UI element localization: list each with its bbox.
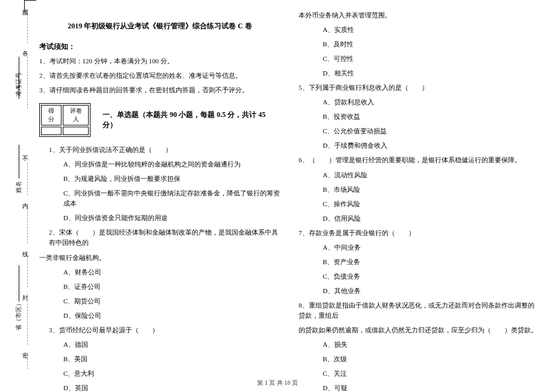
q7-stem: 7、存款业务是属于商业银行的（ ） bbox=[299, 228, 540, 238]
instructions-heading: 考试须知： bbox=[39, 42, 281, 51]
q4-opt-b: B、及时性 bbox=[323, 39, 540, 49]
q2-opt-d: D、保险公司 bbox=[63, 311, 281, 321]
instruction-1: 1、考试时间：120 分钟，本卷满分为 100 分。 bbox=[39, 56, 281, 66]
q6-stem: 6、（ ）管理是银行经营的重要职能，是银行体系稳健运行的重要保障。 bbox=[299, 155, 540, 165]
q2-opt-b: B、证券公司 bbox=[63, 282, 281, 292]
side-char-bu: 不 bbox=[21, 151, 29, 152]
q8-stem-b: 的贷款如果仍然逾期，或借款人仍然无力归还贷款，应至少归为（ ）类贷款。 bbox=[299, 325, 540, 335]
right-column: 本外币业务纳入并表管理范围。 A、实质性 B、及时性 C、可控性 D、相关性 5… bbox=[290, 6, 549, 374]
score-header-grader: 评卷人 bbox=[63, 105, 89, 125]
underline-xingming bbox=[19, 145, 19, 179]
instruction-3: 3、请仔细阅读各种题目的回答要求，在密封线内答题，否则不予评分。 bbox=[39, 85, 281, 95]
q7-opt-d: D、其他业务 bbox=[323, 286, 540, 296]
dash-seg-2 bbox=[27, 57, 28, 109]
q2-opt-a: A、财务公司 bbox=[63, 267, 281, 277]
score-table: 得分 评卷人 bbox=[39, 103, 90, 137]
dash-seg-1 bbox=[27, 14, 28, 43]
q7-opt-a: A、中间业务 bbox=[323, 242, 540, 253]
q4-opt-c: C、可控性 bbox=[323, 54, 540, 64]
dash-seg-4 bbox=[27, 209, 28, 244]
side-label-sheng: 省（市区） bbox=[14, 300, 23, 330]
q8-opt-b: B、次级 bbox=[323, 354, 540, 364]
section-1-title: 一、单选题（本题共 90 小题，每题 0.5 分，共计 45 分） bbox=[103, 110, 281, 130]
score-and-section: 得分 评卷人 一、单选题（本题共 90 小题，每题 0.5 分，共计 45 分） bbox=[39, 100, 281, 141]
q8-opt-c: C、关注 bbox=[323, 368, 540, 379]
q3-opt-a: A、德国 bbox=[63, 340, 281, 350]
q2-stem-a: 2、宋体（ ）是我国经济体制和金融体制改革的产物，是我国金融体系中具有中国特色的 bbox=[49, 227, 281, 248]
q6-opt-d: D、信用风险 bbox=[323, 213, 540, 224]
q6-opt-a: A、流动性风险 bbox=[323, 170, 540, 180]
underline-sheng bbox=[19, 265, 19, 302]
dash-seg-6 bbox=[27, 300, 28, 345]
underline-zhunkao bbox=[19, 57, 19, 99]
page-number: 第 1 页 共 18 页 bbox=[0, 379, 555, 387]
dash-seg-7 bbox=[27, 358, 28, 369]
score-cell-score[interactable] bbox=[41, 127, 62, 135]
q5-opt-d: D、手续费和佣金收入 bbox=[323, 141, 540, 151]
q1-opt-d: D、同业拆借资金只能作短期的用途 bbox=[63, 213, 281, 223]
score-cell-grader[interactable] bbox=[63, 127, 89, 135]
dash-seg-5 bbox=[27, 257, 28, 287]
left-column: 2019 年初级银行从业考试《银行管理》综合练习试卷 C 卷 考试须知： 1、考… bbox=[30, 6, 290, 374]
q2-stem-b: 一类非银行金融机构。 bbox=[39, 253, 281, 263]
q4-opt-d: D、相关性 bbox=[323, 68, 540, 78]
score-header-score: 得分 bbox=[41, 105, 62, 125]
dash-seg-3 bbox=[27, 163, 28, 195]
q5-opt-c: C、公允价值变动损益 bbox=[323, 126, 540, 136]
q1-stem: 1、关于同业拆借说法不正确的是（ ） bbox=[49, 145, 281, 155]
q6-opt-c: C、操作风险 bbox=[323, 199, 540, 209]
side-char-feng: 封 bbox=[21, 289, 29, 291]
q5-stem: 5、下列属于商业银行利息收入的是（ ） bbox=[299, 83, 540, 93]
q1-opt-b: B、为规避风险，同业拆借一般要求担保 bbox=[63, 174, 281, 184]
side-label-xingming: 姓名 bbox=[14, 181, 23, 193]
page-content: 2019 年初级银行从业考试《银行管理》综合练习试卷 C 卷 考试须知： 1、考… bbox=[30, 6, 549, 374]
binding-sideband: 國 各 准考证号 不 姓名 内 线 封 省（市区） 密 bbox=[0, 0, 30, 374]
q1-opt-c: C、同业拆借一般不需向中央银行缴纳法定存款准备金，降低了银行的筹资成本 bbox=[63, 188, 281, 209]
exam-title: 2019 年初级银行从业考试《银行管理》综合练习试卷 C 卷 bbox=[39, 21, 281, 31]
q5-opt-a: A、贷款利息收入 bbox=[323, 97, 540, 107]
q4-opt-a: A、实质性 bbox=[323, 25, 540, 35]
q6-opt-b: B、市场风险 bbox=[323, 185, 540, 195]
side-char-guo: 國 bbox=[21, 5, 29, 6]
q3-opt-c: C、意大利 bbox=[63, 368, 281, 379]
q8-opt-a: A、损失 bbox=[323, 340, 540, 350]
q7-opt-b: B、资产业务 bbox=[323, 257, 540, 267]
q2-opt-c: C、期货公司 bbox=[63, 296, 281, 306]
side-char-xian: 线 bbox=[21, 246, 29, 247]
side-char-mi: 密 bbox=[21, 347, 29, 349]
q5-opt-b: B、投资收益 bbox=[323, 112, 540, 122]
instruction-2: 2、请首先按要求在试卷的指定位置填写您的姓名、准考证号等信息。 bbox=[39, 71, 281, 81]
q1-opt-a: A、同业拆借是一种比较纯粹的金融机构之间的资金融通行为 bbox=[63, 159, 281, 169]
q3-stem: 3、货币经纪公司最早起源于（ ） bbox=[49, 325, 281, 335]
q4-cont-line: 本外币业务纳入并表管理范围。 bbox=[299, 10, 540, 21]
q7-opt-c: C、负债业务 bbox=[323, 271, 540, 282]
side-char-ge: 各 bbox=[21, 46, 29, 47]
q3-opt-b: B、美国 bbox=[63, 354, 281, 364]
side-char-nei: 内 bbox=[21, 198, 29, 199]
q8-stem-a: 8、重组贷款是指由于借款人财务状况恶化，或无力还款而对合同条款作出调整的贷款，重… bbox=[299, 300, 540, 321]
